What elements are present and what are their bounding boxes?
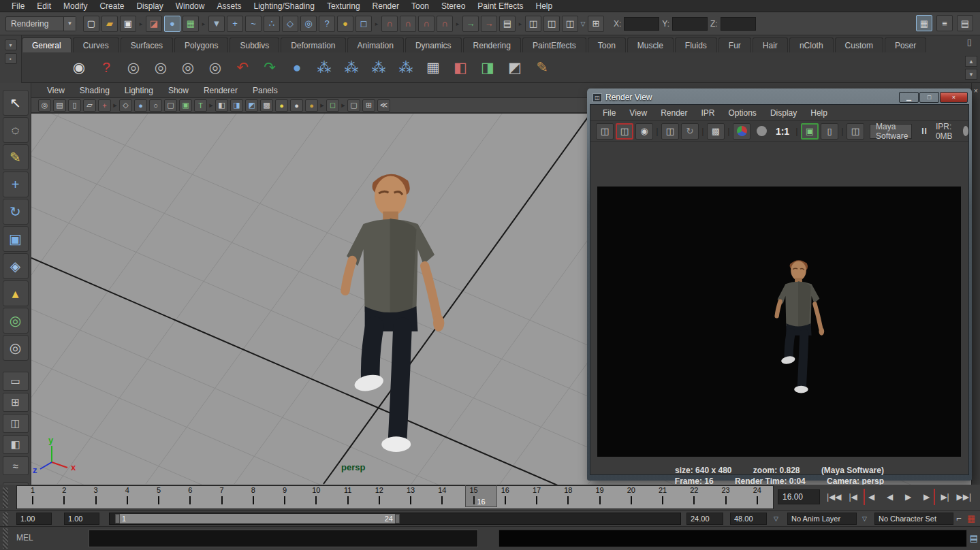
- snap-together-icon[interactable]: ∩: [437, 16, 453, 32]
- shade-selected-icon[interactable]: ○: [149, 99, 162, 112]
- panel-menu-view[interactable]: View: [39, 86, 72, 95]
- frame-17[interactable]: 17: [521, 486, 552, 508]
- range-grip[interactable]: [3, 512, 8, 525]
- textured-display-icon[interactable]: ▣: [179, 99, 192, 112]
- trash-icon[interactable]: ▯: [967, 37, 972, 47]
- anim-layer-chevron-icon[interactable]: ▽: [774, 515, 778, 522]
- connect-node-red-icon[interactable]: ◧: [449, 56, 471, 78]
- ik-handle-tool-icon[interactable]: ⁂: [341, 56, 362, 78]
- snap-to-point-icon[interactable]: ∴: [264, 16, 280, 32]
- render-current-frame-icon[interactable]: ◫: [525, 16, 541, 32]
- menu-render[interactable]: Render: [366, 0, 405, 12]
- soft-modification-tool-icon[interactable]: ▴: [3, 280, 29, 306]
- render-view-menu-ipr[interactable]: IPR: [695, 108, 722, 118]
- frame-19[interactable]: 19: [584, 486, 616, 508]
- menu-help[interactable]: Help: [530, 0, 559, 12]
- step-back-one-frame-button[interactable]: |◀: [845, 489, 862, 505]
- shelf-tab-rendering[interactable]: Rendering: [463, 37, 521, 52]
- set-key-icon[interactable]: ⌐: [956, 513, 962, 523]
- isolate-select-icon[interactable]: ◻: [326, 99, 339, 112]
- ik-spline-tool-icon[interactable]: ⁂: [368, 56, 390, 78]
- panel-close-icon[interactable]: ×: [972, 87, 980, 95]
- select-by-component-icon[interactable]: ▦: [183, 16, 199, 32]
- camera-track-icon[interactable]: ◎: [177, 56, 199, 78]
- frame-20[interactable]: 20: [616, 486, 647, 508]
- scene-render-reel-icon[interactable]: ◉: [68, 56, 90, 78]
- ipr-render-current-frame-icon[interactable]: ◫: [661, 123, 679, 140]
- playback-end-field[interactable]: [686, 513, 723, 525]
- grid-options-icon[interactable]: ⊞: [588, 16, 604, 32]
- construction-history-icon[interactable]: ▤: [499, 16, 516, 32]
- hypergraph-icon[interactable]: ▦: [422, 56, 444, 78]
- range-end-handle[interactable]: [395, 514, 400, 523]
- frame-10[interactable]: 10: [300, 486, 332, 508]
- shelf-tab-toon[interactable]: Toon: [588, 37, 626, 52]
- shelf-menu-icon[interactable]: ▪: [5, 53, 17, 64]
- snap-to-grid-icon[interactable]: +: [227, 16, 243, 32]
- shelf-tab-fluids[interactable]: Fluids: [675, 37, 717, 52]
- region-render-icon[interactable]: ▩: [707, 123, 725, 140]
- character-set-chevron-icon[interactable]: ▽: [862, 515, 867, 522]
- light-bulb-key-icon[interactable]: ●: [275, 99, 288, 112]
- last-tool-used-icon[interactable]: ◎: [3, 335, 29, 361]
- move-tool-icon[interactable]: +: [3, 172, 29, 197]
- range-start-handle[interactable]: [115, 514, 120, 523]
- make-live-icon[interactable]: ◎: [300, 16, 317, 32]
- connect-node-gray-icon[interactable]: ◩: [504, 56, 526, 78]
- frame-22[interactable]: 22: [678, 486, 710, 508]
- shelf-tab-fur[interactable]: Fur: [718, 37, 751, 52]
- frame-13[interactable]: 13: [395, 486, 426, 508]
- render-current-frame-icon[interactable]: ◫: [596, 123, 614, 140]
- scale-tool-icon[interactable]: ▣: [3, 226, 29, 252]
- panel-menu-show[interactable]: Show: [161, 86, 196, 95]
- menu-lighting-shading[interactable]: Lighting/Shading: [247, 0, 320, 12]
- z-coord-input[interactable]: [721, 17, 756, 31]
- new-scene-icon[interactable]: ▢: [83, 16, 99, 32]
- menu-stereo[interactable]: Stereo: [435, 0, 471, 12]
- lock-selection-icon[interactable]: ●: [337, 16, 353, 32]
- shelf-scroll-up-icon[interactable]: ▲: [965, 56, 977, 67]
- go-to-end-button[interactable]: ▶▶|: [955, 489, 973, 505]
- panel-menu-shading[interactable]: Shading: [72, 86, 117, 95]
- shelf-tab-curves[interactable]: Curves: [73, 37, 119, 52]
- shelf-tab-surfaces[interactable]: Surfaces: [121, 37, 173, 52]
- shelf-tab-dynamics[interactable]: Dynamics: [405, 37, 462, 52]
- frame-6[interactable]: 6: [174, 486, 206, 508]
- attribute-editor-toggle-icon[interactable]: ▤: [957, 15, 973, 31]
- light-bulb-fill-icon[interactable]: ●: [290, 99, 303, 112]
- pause-ipr-icon[interactable]: II: [921, 127, 928, 136]
- panel-menu-panels[interactable]: Panels: [245, 86, 285, 95]
- character-set-select[interactable]: No Character Set: [874, 513, 953, 525]
- frame-23[interactable]: 23: [710, 486, 742, 508]
- show-manipulator-tool-icon[interactable]: ◎: [3, 308, 29, 334]
- current-time-field[interactable]: [778, 489, 820, 504]
- inputs-to-selected-icon[interactable]: →: [462, 16, 479, 32]
- timeline-grip[interactable]: [3, 487, 8, 508]
- render-view-menu-view[interactable]: View: [622, 108, 654, 118]
- auto-keyframe-icon[interactable]: ▦: [967, 513, 975, 523]
- menu-texturing[interactable]: Texturing: [321, 0, 366, 12]
- channel-box-toggle-icon[interactable]: ▦: [916, 15, 932, 31]
- x-coord-input[interactable]: [624, 17, 659, 31]
- render-view-menu-help[interactable]: Help: [804, 108, 834, 118]
- shelf-tab-hair[interactable]: Hair: [753, 37, 788, 52]
- frame-11[interactable]: 11: [332, 486, 364, 508]
- render-view-menu-file[interactable]: File: [596, 108, 622, 118]
- render-settings-icon[interactable]: ◫: [562, 16, 578, 32]
- keep-image-icon[interactable]: ▣: [801, 123, 819, 140]
- select-camera-icon[interactable]: ◎: [38, 99, 51, 112]
- menu-window[interactable]: Window: [170, 0, 211, 12]
- snapshot-icon[interactable]: ◉: [635, 123, 653, 140]
- range-slider-track[interactable]: 1 24: [109, 513, 681, 525]
- range-slider-bar[interactable]: 1 24: [115, 514, 400, 523]
- shelf-tab-painteffects[interactable]: PaintEffects: [522, 37, 586, 52]
- light-bulb-rim-icon[interactable]: ●: [305, 99, 318, 112]
- shelf-tab-deformation[interactable]: Deformation: [281, 37, 345, 52]
- tool-settings-toggle-icon[interactable]: ≡: [936, 15, 953, 31]
- pane-layout-icon[interactable]: ⊞: [362, 99, 375, 112]
- script-editor-icon[interactable]: ▤: [970, 533, 978, 543]
- close-button[interactable]: ×: [940, 92, 968, 103]
- shelf-tab-poser[interactable]: Poser: [885, 37, 926, 52]
- smooth-shade-all-icon[interactable]: ●: [134, 99, 147, 112]
- menu-display[interactable]: Display: [130, 0, 169, 12]
